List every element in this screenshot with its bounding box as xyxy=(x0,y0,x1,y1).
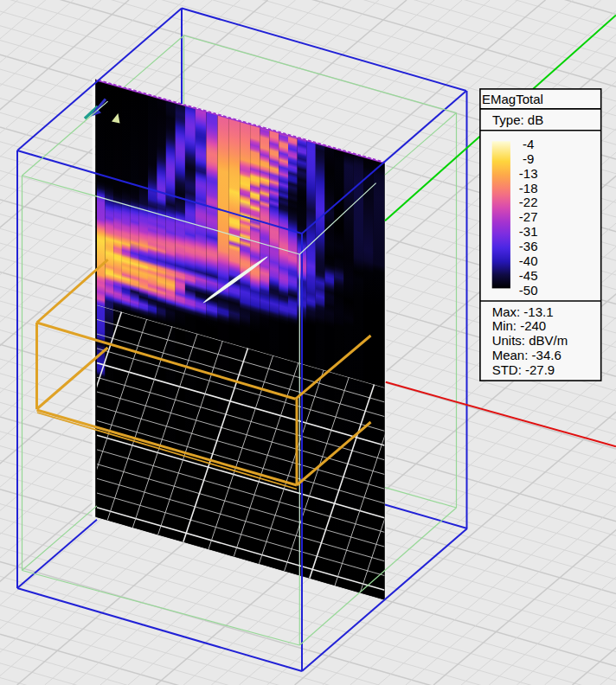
svg-text:Max: -13.1: Max: -13.1 xyxy=(492,304,554,319)
svg-text:-36: -36 xyxy=(519,239,538,253)
svg-text:-18: -18 xyxy=(519,181,538,195)
svg-text:-45: -45 xyxy=(519,268,538,283)
svg-text:-4: -4 xyxy=(523,137,534,151)
svg-text:Min: -240: Min: -240 xyxy=(492,318,547,333)
svg-text:STD: -27.9: STD: -27.9 xyxy=(492,362,555,377)
svg-text:-13: -13 xyxy=(519,166,538,181)
svg-text:Units: dBV/m: Units: dBV/m xyxy=(492,333,568,348)
svg-text:EMagTotal: EMagTotal xyxy=(482,92,543,106)
svg-text:Mean: -34.6: Mean: -34.6 xyxy=(492,348,561,362)
svg-text:-22: -22 xyxy=(519,195,538,209)
svg-text:-40: -40 xyxy=(519,253,538,268)
svg-text:-31: -31 xyxy=(519,224,538,239)
svg-text:-27: -27 xyxy=(519,209,538,224)
svg-text:-50: -50 xyxy=(519,283,538,298)
svg-text:-9: -9 xyxy=(523,151,534,166)
svg-text:Type: dB: Type: dB xyxy=(492,112,543,127)
